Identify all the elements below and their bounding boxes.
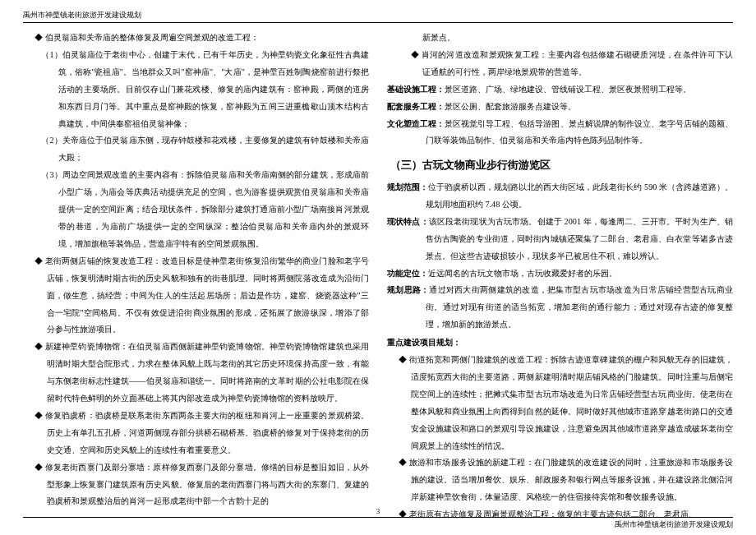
section-heading-3: （三）古玩文物商业步行街游览区 xyxy=(390,155,733,177)
r-kv4-key: 规划思路： xyxy=(387,285,429,294)
right-top-cont: 新景点。 xyxy=(387,30,733,47)
right-column: 新景点。 肖河的河道改造和景观恢复工程：主要内容包括修建石砌硬质河堤，在条件许可… xyxy=(387,30,733,498)
kv2-val: 景区公厕、配套旅游服务点建设等。 xyxy=(445,102,576,111)
r-kv1: 规划范围：位于驺虞桥以西，规划路以北的西大街区域，此段老街长约 590 米（含跨… xyxy=(387,179,733,214)
r-kv4: 规划思路：通过对西大街两侧建筑的改造，把集市型古玩市场改造为日常店铺经营型古玩商… xyxy=(387,282,733,334)
header-title: 禹州市神垕镇老街旅游开发建设规划 xyxy=(23,10,733,21)
left-d1: 伯灵翁庙和关帝庙的整体修复及周遍空间景观的改造工程： xyxy=(23,30,369,47)
content-columns: 伯灵翁庙和关帝庙的整体修复及周遍空间景观的改造工程： （1）伯灵翁庙位于老街中心… xyxy=(23,30,733,498)
kv1-val: 景区道路、广场、绿地建设、管线铺设工程、景区夜景照明工程等。 xyxy=(445,85,691,94)
r-kv3-val: 近远闻名的古玩文物市场，古玩收藏爱好者的乐园。 xyxy=(428,269,617,278)
right-kv1: 基础设施工程：景区道路、广场、绿地建设、管线铺设工程、景区夜景照明工程等。 xyxy=(387,81,733,99)
r-kv1-val: 位于驺虞桥以西，规划路以北的西大街区域，此段老街长约 590 米（含跨越道路）。… xyxy=(426,182,733,209)
r-kv3-key: 功能定位： xyxy=(387,269,428,278)
left-n1: （1）伯灵翁庙位于老街中心，创建于末代，已有千年历史，为神垕钧瓷文化象征性古典建… xyxy=(23,47,369,133)
r-kv2-key: 现状特点： xyxy=(387,217,429,226)
left-d3: 新建神垕钧瓷博物馆：在伯灵翁庙西侧新建神垕钧瓷博物馆。神垕钧瓷博物馆建筑也采用明… xyxy=(23,339,369,408)
page-header: 禹州市神垕镇老街旅游开发建设规划 xyxy=(23,10,733,23)
right-d2: 旅游和市场服务设施的新建工程：在门脸建筑的改造建设的同时，注重旅游和市场服务设施… xyxy=(387,454,733,506)
left-n3: （3）周边空间景观改造的主要内容有：拆除伯灵翁庙和关帝庙南侧的部分建筑，形成庙前… xyxy=(23,167,369,253)
r-kv4-val: 通过对西大街两侧建筑的改造，把集市型古玩市场改造为日常店铺经营型古玩商业街。通过… xyxy=(426,285,733,329)
kv3-val: 景区视觉引导工程、包括导游图、景点解说牌的制作设立、老字号店铺的题额、门联等装饰… xyxy=(426,119,733,145)
page-number: 3 xyxy=(23,507,733,515)
kv2-key: 配套服务工程： xyxy=(387,102,445,111)
right-d-top: 肖河的河道改造和景观恢复工程：主要内容包括修建石砌硬质河堤，在条件许可下认证通航… xyxy=(387,47,733,81)
subhead-key-projects: 重点建设项目规划： xyxy=(387,334,733,352)
left-d4: 修复驺虞桥：驺虞桥是联系老街东西两条主要大街的枢纽和肖河上一座重要的景观桥梁。历… xyxy=(23,408,369,459)
left-d2: 老街两侧店铺的恢复改造工程：改造目标是使神垕老街恢复沿街繁华的商业门脸和老字号店… xyxy=(23,253,369,339)
footer-title: 禹州市神垕镇老街旅游开发建设规划 xyxy=(23,519,733,530)
page-footer: 3 禹州市神垕镇老街旅游开发建设规划 xyxy=(23,507,733,530)
left-n2: （2）关帝庙位于伯灵翁庙东侧，现存钟鼓楼和花戏楼，主要修复的建筑有钟鼓楼和关帝庙… xyxy=(23,132,369,167)
r-kv2-val: 该区段老街现状为古玩市场。创建于 2001 年，每逢周二、三开市。平时为生产、销… xyxy=(426,217,733,261)
left-d5: 修复老街西寨门及部分寨墙：原样修复西寨门及部分寨墙。修缮的目标是整旧如旧，从外型… xyxy=(23,459,369,511)
footer-rule xyxy=(23,517,733,518)
kv3-key: 文化塑造工程： xyxy=(387,119,445,128)
left-column: 伯灵翁庙和关帝庙的整体修复及周遍空间景观的改造工程： （1）伯灵翁庙位于老街中心… xyxy=(23,30,369,498)
right-kv3: 文化塑造工程：景区视觉引导工程、包括导游图、景点解说牌的制作设立、老字号店铺的题… xyxy=(387,116,733,150)
kv1-key: 基础设施工程： xyxy=(387,85,445,94)
right-kv2: 配套服务工程：景区公厕、配套旅游服务点建设等。 xyxy=(387,99,733,116)
page: 禹州市神垕镇老街旅游开发建设规划 伯灵翁庙和关帝庙的整体修复及周遍空间景观的改造… xyxy=(0,0,756,535)
r-kv3: 功能定位：近远闻名的古玩文物市场，古玩收藏爱好者的乐园。 xyxy=(387,265,733,283)
right-d1: 街道拓宽和两侧门脸建筑的改造工程：拆除古迹道章碑建筑的棚户和风貌无存的旧建筑，适… xyxy=(387,352,733,454)
r-kv1-key: 规划范围： xyxy=(387,182,428,191)
r-kv2: 现状特点：该区段老街现状为古玩市场。创建于 2001 年，每逢周二、三开市。平时… xyxy=(387,214,733,265)
